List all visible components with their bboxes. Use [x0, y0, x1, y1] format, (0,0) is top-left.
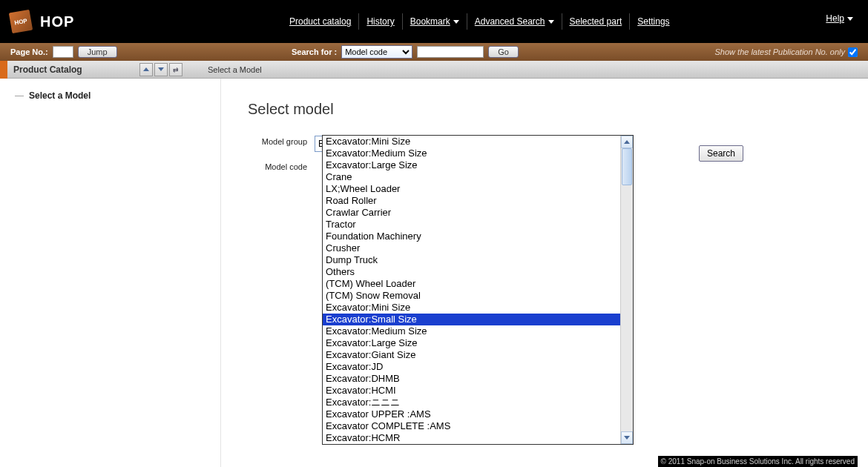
tree-item-select-model[interactable]: — Select a Model — [15, 90, 213, 101]
main-area: — Select a Model Select model Model grou… — [0, 79, 868, 467]
nav-product-catalog[interactable]: Product catalog — [282, 13, 359, 30]
refresh-button[interactable]: ⇄ — [169, 63, 183, 76]
top-nav-bar: HOP HOP Product catalog History Bookmark… — [0, 0, 868, 43]
dropdown-option[interactable]: Crane — [323, 171, 620, 183]
model-group-label: Model group — [248, 136, 315, 146]
nav-settings[interactable]: Settings — [630, 13, 677, 30]
dropdown-option[interactable]: Excavator:HCMR — [323, 432, 620, 444]
chevron-down-icon — [453, 20, 459, 24]
nav-help-label: Help — [826, 13, 844, 24]
dropdown-option[interactable]: Excavator:JD — [323, 361, 620, 373]
dropdown-option[interactable]: Excavator:HCMI — [323, 385, 620, 397]
search-for-group: Search for : Model code Go — [292, 45, 519, 59]
dropdown-option[interactable]: Tractor — [323, 219, 620, 231]
dropdown-scrollbar[interactable] — [620, 136, 633, 444]
triangle-up-icon — [624, 140, 630, 144]
search-for-input[interactable] — [417, 46, 484, 58]
dropdown-option[interactable]: (TCM) Snow Removal — [323, 290, 620, 302]
dropdown-option[interactable]: Excavator:Small Size — [323, 314, 620, 325]
dropdown-option[interactable]: Foundation Machinery — [323, 231, 620, 242]
scroll-up-button[interactable] — [621, 136, 633, 148]
dropdown-option[interactable]: Excavator:Medium Size — [323, 148, 620, 159]
dropdown-option[interactable]: Excavator:Giant Size — [323, 349, 620, 361]
nav-history-label: History — [366, 16, 394, 27]
expand-down-button[interactable] — [154, 63, 168, 76]
nav-advanced-search-label: Advanced Search — [475, 16, 545, 27]
jump-button[interactable]: Jump — [78, 46, 117, 58]
dropdown-option[interactable]: Excavator:ニニニ — [323, 397, 620, 408]
latest-pub-label: Show the latest Publication No. only — [715, 47, 846, 56]
nav-help[interactable]: Help — [826, 13, 853, 24]
dropdown-option[interactable]: Excavator:DHMB — [323, 373, 620, 385]
search-bar: Page No.: Jump Search for : Model code G… — [0, 43, 868, 61]
search-button[interactable]: Search — [699, 145, 743, 162]
breadcrumb: Select a Model — [208, 65, 262, 74]
page-title: Select model — [248, 101, 868, 118]
nav-bookmark-label: Bookmark — [410, 16, 450, 27]
nav-settings-label: Settings — [637, 16, 669, 27]
page-no-input[interactable] — [53, 46, 73, 58]
chevron-down-icon — [847, 17, 853, 21]
tree-dash-icon: — — [15, 90, 23, 101]
nav-advanced-search[interactable]: Advanced Search — [467, 13, 562, 30]
search-for-select[interactable]: Model code — [341, 45, 412, 59]
nav-bookmark[interactable]: Bookmark — [403, 13, 467, 30]
triangle-down-icon — [158, 67, 164, 71]
dropdown-list: Excavator:Mini SizeExcavator:Medium Size… — [323, 136, 620, 444]
dropdown-option[interactable]: Dump Truck — [323, 254, 620, 266]
dropdown-option[interactable]: Excavator:Mini Size — [323, 302, 620, 314]
go-button[interactable]: Go — [488, 46, 519, 58]
tree-item-label: Select a Model — [29, 90, 91, 101]
dropdown-option[interactable]: Excavator:Large Size — [323, 159, 620, 171]
collapse-tab[interactable] — [0, 61, 7, 79]
hop-logo-icon: HOP — [9, 10, 33, 33]
latest-pub-group: Show the latest Publication No. only — [715, 47, 858, 57]
dropdown-option[interactable]: Excavator COMPLETE :AMS — [323, 420, 620, 432]
scroll-down-button[interactable] — [621, 431, 633, 444]
content-pane: Select model Model group Excavator:Mediu… — [221, 79, 868, 467]
nav-history[interactable]: History — [359, 13, 402, 30]
search-for-label: Search for : — [292, 47, 337, 56]
dropdown-option[interactable]: Excavator:Large Size — [323, 337, 620, 349]
brand-text: HOP — [40, 13, 74, 30]
dropdown-option[interactable]: Others — [323, 266, 620, 278]
tree-pane: — Select a Model — [0, 79, 221, 467]
tool-row: Product Catalog ⇄ Select a Model — [0, 61, 868, 79]
footer-copyright: © 2011 Snap-on Business Solutions Inc. A… — [658, 456, 858, 467]
triangle-down-icon — [624, 436, 630, 440]
model-group-dropdown: Excavator:Mini SizeExcavator:Medium Size… — [322, 135, 634, 445]
dropdown-option[interactable]: Excavator UPPER :AMS — [323, 408, 620, 420]
dropdown-option[interactable]: Excavator:Mini Size — [323, 136, 620, 148]
nav-selected-part[interactable]: Selected part — [562, 13, 631, 30]
triangle-up-icon — [143, 67, 149, 71]
dropdown-option[interactable]: Crawlar Carrier — [323, 207, 620, 219]
dropdown-option[interactable]: Road Roller — [323, 195, 620, 207]
scroll-thumb[interactable] — [622, 148, 632, 185]
collapse-up-button[interactable] — [139, 63, 153, 76]
nav-selected-part-label: Selected part — [570, 16, 622, 27]
latest-pub-checkbox[interactable] — [848, 47, 858, 57]
chevron-down-icon — [548, 20, 554, 24]
page-no-group: Page No.: Jump — [10, 46, 117, 58]
top-nav-links: Product catalog History Bookmark Advance… — [282, 0, 677, 43]
dropdown-option[interactable]: Crusher — [323, 242, 620, 254]
dropdown-option[interactable]: Excavator:Medium Size — [323, 325, 620, 337]
section-title: Product Catalog — [7, 64, 134, 75]
dropdown-option[interactable]: (TCM) Wheel Loader — [323, 278, 620, 290]
dropdown-option[interactable]: LX;Wheel Loader — [323, 183, 620, 195]
page-no-label: Page No.: — [10, 47, 48, 56]
nav-product-catalog-label: Product catalog — [289, 16, 351, 27]
brand-area: HOP HOP — [10, 11, 74, 32]
tool-buttons: ⇄ — [139, 63, 183, 76]
model-code-label: Model code — [248, 161, 315, 171]
